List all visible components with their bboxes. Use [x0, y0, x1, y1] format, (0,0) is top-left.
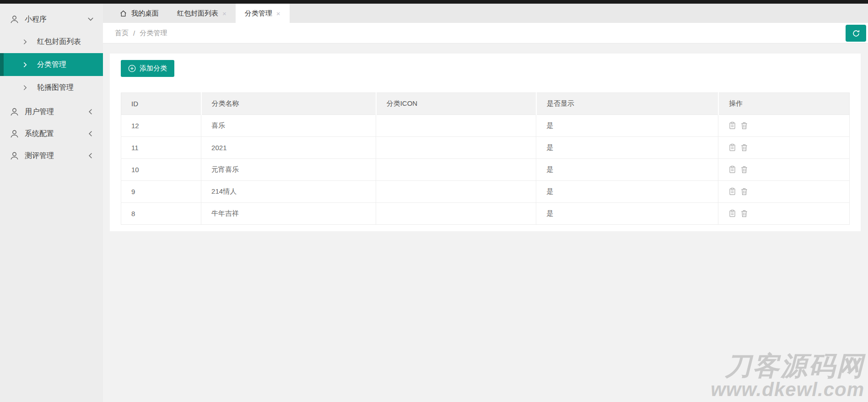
tab-my-desktop[interactable]: 我的桌面	[110, 4, 168, 23]
chevron-down-icon	[87, 16, 94, 22]
add-category-label: 添加分类	[140, 64, 167, 73]
user-icon	[10, 130, 19, 138]
cell-visible: 是	[536, 159, 718, 181]
cell-name: 元宵喜乐	[201, 159, 376, 181]
column-header-icon: 分类ICON	[376, 93, 536, 115]
cell-name: 喜乐	[201, 115, 376, 137]
user-icon	[10, 15, 19, 24]
breadcrumb-current: 分类管理	[140, 29, 167, 38]
close-icon[interactable]: ×	[276, 10, 280, 17]
sidebar-group-system-config[interactable]: 系统配置	[0, 123, 103, 145]
column-header-id: ID	[121, 93, 201, 115]
cell-id: 11	[121, 137, 201, 159]
cell-visible: 是	[536, 203, 718, 225]
cell-actions	[718, 115, 850, 137]
refresh-icon	[852, 29, 861, 38]
tab-label: 红包封面列表	[177, 9, 218, 18]
table-row: 8牛年吉祥是	[121, 203, 850, 225]
sidebar-item-label: 红包封面列表	[37, 37, 81, 47]
cell-icon	[376, 115, 536, 137]
chevron-left-icon	[87, 109, 94, 115]
table-row: 9214情人是	[121, 181, 850, 203]
sidebar-item-label: 轮播图管理	[37, 83, 74, 92]
cell-icon	[376, 203, 536, 225]
sidebar: 小程序 红包封面列表 分类管理 轮播图管理 用户管理 系统配置	[0, 4, 103, 402]
watermark-title: 刀客源码网	[711, 352, 864, 380]
chevron-left-icon	[87, 130, 94, 137]
sidebar-group-label: 小程序	[25, 15, 87, 24]
chevron-right-icon	[22, 62, 28, 68]
watermark-url: www.dkewl.com	[711, 380, 864, 399]
cell-visible: 是	[536, 115, 718, 137]
refresh-button[interactable]	[846, 25, 866, 42]
sidebar-group-evaluation-management[interactable]: 测评管理	[0, 145, 103, 167]
cell-icon	[376, 137, 536, 159]
edit-icon[interactable]	[728, 122, 736, 130]
breadcrumb-bar: 首页 / 分类管理	[103, 23, 868, 43]
cell-id: 12	[121, 115, 201, 137]
tab-category-management[interactable]: 分类管理 ×	[236, 4, 290, 23]
watermark: 刀客源码网 www.dkewl.com	[711, 352, 864, 399]
close-icon[interactable]: ×	[222, 10, 226, 17]
sidebar-group-label: 测评管理	[25, 151, 87, 161]
column-header-actions: 操作	[718, 93, 850, 115]
tab-redpacket-cover-list[interactable]: 红包封面列表 ×	[168, 4, 236, 23]
cell-id: 10	[121, 159, 201, 181]
cell-actions	[718, 181, 850, 203]
top-black-strip	[0, 0, 868, 4]
cell-name: 214情人	[201, 181, 376, 203]
sidebar-item-label: 分类管理	[37, 60, 66, 70]
edit-icon[interactable]	[728, 166, 736, 174]
cell-icon	[376, 181, 536, 203]
delete-icon[interactable]	[740, 144, 748, 152]
column-header-name: 分类名称	[201, 93, 376, 115]
delete-icon[interactable]	[740, 166, 748, 174]
tab-bar: 我的桌面 红包封面列表 × 分类管理 ×	[103, 4, 868, 23]
user-icon	[10, 152, 19, 160]
cell-id: 9	[121, 181, 201, 203]
sidebar-group-label: 用户管理	[25, 107, 87, 117]
tab-label: 我的桌面	[131, 9, 159, 18]
breadcrumb-home[interactable]: 首页	[115, 29, 129, 38]
cell-actions	[718, 137, 850, 159]
column-header-visible: 是否显示	[536, 93, 718, 115]
sidebar-item-carousel-management[interactable]: 轮播图管理	[0, 76, 103, 99]
cell-actions	[718, 159, 850, 181]
user-icon	[10, 108, 19, 116]
home-icon	[119, 10, 127, 17]
chevron-left-icon	[87, 152, 94, 159]
edit-icon[interactable]	[728, 188, 736, 196]
breadcrumb-separator: /	[133, 29, 135, 37]
cell-id: 8	[121, 203, 201, 225]
cell-icon	[376, 159, 536, 181]
add-category-button[interactable]: 添加分类	[121, 60, 174, 77]
sidebar-group-label: 系统配置	[25, 129, 87, 139]
delete-icon[interactable]	[740, 210, 748, 217]
cell-visible: 是	[536, 181, 718, 203]
cell-name: 牛年吉祥	[201, 203, 376, 225]
chevron-right-icon	[22, 39, 28, 45]
table-header-row: ID 分类名称 分类ICON 是否显示 操作	[121, 93, 850, 115]
plus-circle-icon	[128, 65, 136, 72]
delete-icon[interactable]	[740, 122, 748, 130]
edit-icon[interactable]	[728, 210, 736, 217]
category-table: ID 分类名称 分类ICON 是否显示 操作 12喜乐是112021是10元宵喜…	[121, 92, 850, 225]
sidebar-submenu: 红包封面列表 分类管理 轮播图管理	[0, 30, 103, 99]
delete-icon[interactable]	[740, 188, 748, 196]
table-row: 12喜乐是	[121, 115, 850, 137]
tab-label: 分类管理	[245, 9, 272, 18]
cell-visible: 是	[536, 137, 718, 159]
sidebar-item-category-management[interactable]: 分类管理	[0, 53, 103, 76]
sidebar-group-user-management[interactable]: 用户管理	[0, 101, 103, 123]
table-row: 10元宵喜乐是	[121, 159, 850, 181]
sidebar-item-redpacket-cover-list[interactable]: 红包封面列表	[0, 30, 103, 53]
chevron-right-icon	[22, 85, 28, 91]
cell-name: 2021	[201, 137, 376, 159]
cell-actions	[718, 203, 850, 225]
table-row: 112021是	[121, 137, 850, 159]
sidebar-group-miniprogram[interactable]: 小程序	[0, 8, 103, 30]
edit-icon[interactable]	[728, 144, 736, 152]
content-card: 添加分类 ID 分类名称 分类ICON 是否显示 操作 12喜乐是112021是…	[110, 54, 861, 231]
